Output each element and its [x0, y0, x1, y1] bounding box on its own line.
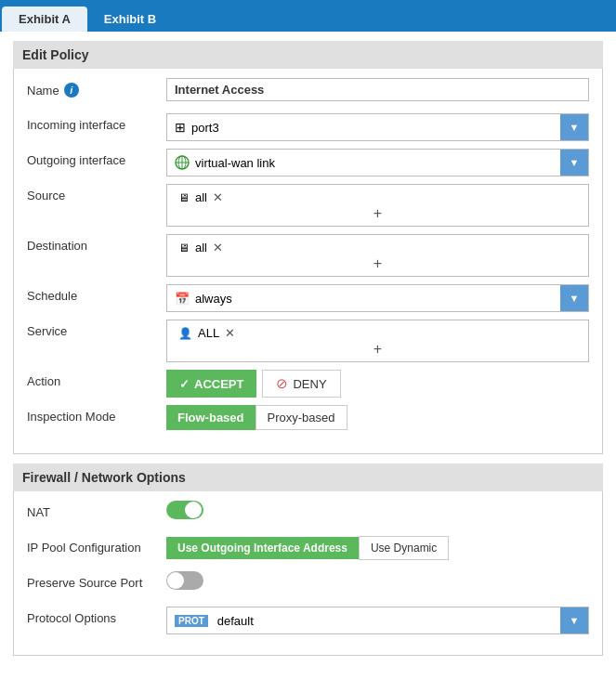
- firewall-options-header: Firewall / Network Options: [13, 464, 603, 491]
- edit-policy-header: Edit Policy: [13, 41, 603, 69]
- ip-pool-label: IP Pool Configuration: [27, 536, 166, 555]
- schedule-label: Schedule: [27, 284, 166, 303]
- destination-item-all: 🖥 all ✕: [175, 239, 227, 256]
- info-icon[interactable]: i: [64, 83, 79, 98]
- incoming-interface-control: ⊞ port3 ▼: [166, 113, 589, 141]
- person-icon: 👤: [178, 327, 192, 340]
- service-row: Service 👤 ALL ✕ +: [27, 320, 589, 362]
- preserve-source-port-row: Preserve Source Port: [27, 571, 589, 599]
- protocol-options-row: Protocol Options PROT default ▼: [27, 607, 589, 634]
- checkmark-icon: ✓: [179, 377, 190, 391]
- source-label: Source: [27, 184, 166, 202]
- main-content: Edit Policy Name i Incoming interface ⊞: [0, 32, 616, 674]
- preserve-source-port-knob: [167, 572, 184, 589]
- action-label: Action: [27, 370, 166, 388]
- tab-exhibit-a[interactable]: Exhibit A: [2, 7, 87, 32]
- schedule-arrow[interactable]: ▼: [560, 285, 588, 311]
- monitor-icon: 🖥: [178, 191, 190, 204]
- incoming-interface-row: Incoming interface ⊞ port3 ▼: [27, 113, 589, 141]
- action-row: Action ✓ ACCEPT ⊘ DENY: [27, 370, 589, 398]
- service-remove-all[interactable]: ✕: [225, 326, 235, 340]
- flow-based-button[interactable]: Flow-based: [166, 405, 256, 430]
- nat-toggle-knob: [185, 502, 202, 518]
- accept-button[interactable]: ✓ ACCEPT: [166, 370, 256, 398]
- preserve-source-port-toggle-wrap: [166, 571, 589, 590]
- nat-row: NAT: [27, 501, 589, 529]
- nat-control: [166, 501, 589, 519]
- use-outgoing-button[interactable]: Use Outgoing Interface Address: [166, 537, 359, 559]
- preserve-source-port-toggle[interactable]: [166, 571, 203, 590]
- deny-button[interactable]: ⊘ DENY: [262, 370, 340, 398]
- incoming-interface-label: Incoming interface: [27, 113, 166, 132]
- ip-pool-row: IP Pool Configuration Use Outgoing Inter…: [27, 536, 589, 564]
- preserve-source-port-label: Preserve Source Port: [27, 571, 166, 590]
- service-add-button[interactable]: +: [175, 342, 581, 357]
- outgoing-interface-dropdown[interactable]: virtual-wan link ▼: [166, 149, 589, 176]
- nat-toggle-wrap: [166, 501, 589, 519]
- outgoing-interface-control: virtual-wan link ▼: [166, 149, 589, 176]
- action-control: ✓ ACCEPT ⊘ DENY: [166, 370, 589, 398]
- outgoing-interface-label: Outgoing interface: [27, 149, 166, 167]
- destination-row: Destination 🖥 all ✕ +: [27, 234, 589, 277]
- outgoing-interface-arrow[interactable]: ▼: [560, 150, 588, 176]
- schedule-dropdown[interactable]: 📅 always ▼: [166, 284, 589, 312]
- outgoing-interface-row: Outgoing interface virtual-wan link: [27, 149, 589, 176]
- inspection-mode-label: Inspection Mode: [27, 405, 166, 424]
- source-control: 🖥 all ✕ +: [166, 184, 589, 227]
- incoming-interface-dropdown[interactable]: ⊞ port3 ▼: [166, 113, 589, 141]
- protocol-options-label: Protocol Options: [27, 607, 166, 625]
- destination-control: 🖥 all ✕ +: [166, 234, 589, 277]
- nat-toggle[interactable]: [166, 501, 203, 519]
- action-buttons: ✓ ACCEPT ⊘ DENY: [166, 370, 589, 398]
- inspection-mode-control: Flow-based Proxy-based: [166, 405, 589, 430]
- deny-icon: ⊘: [276, 375, 288, 392]
- ip-pool-control: Use Outgoing Interface Address Use Dynam…: [166, 536, 589, 560]
- inspection-mode-row: Inspection Mode Flow-based Proxy-based: [27, 405, 589, 433]
- source-item-all: 🖥 all ✕: [175, 189, 227, 206]
- incoming-interface-arrow[interactable]: ▼: [560, 114, 588, 140]
- edit-policy-form: Name i Incoming interface ⊞ port3 ▼: [13, 69, 603, 454]
- inspection-mode-buttons: Flow-based Proxy-based: [166, 405, 589, 430]
- destination-add-button[interactable]: +: [175, 256, 581, 271]
- source-row: Source 🖥 all ✕ +: [27, 184, 589, 227]
- monitor-icon-dest: 🖥: [178, 242, 190, 255]
- name-label: Name i: [27, 78, 166, 98]
- globe-icon: [175, 155, 190, 170]
- source-add-button[interactable]: +: [175, 206, 581, 221]
- schedule-row: Schedule 📅 always ▼: [27, 284, 589, 312]
- name-input[interactable]: [166, 78, 589, 101]
- use-dynamic-button[interactable]: Use Dynamic: [359, 536, 449, 560]
- destination-label: Destination: [27, 234, 166, 253]
- service-item-all: 👤 ALL ✕: [175, 324, 239, 342]
- source-box: 🖥 all ✕ +: [166, 184, 589, 227]
- firewall-options-form: NAT IP Pool Configuration Use Outgoing I…: [13, 491, 603, 656]
- destination-box: 🖥 all ✕ +: [166, 234, 589, 277]
- ip-pool-buttons: Use Outgoing Interface Address Use Dynam…: [166, 536, 589, 560]
- source-remove-all[interactable]: ✕: [213, 190, 223, 204]
- preserve-source-port-control: [166, 571, 589, 590]
- name-control: [166, 78, 589, 101]
- nat-label: NAT: [27, 501, 166, 519]
- tab-bar: Exhibit A Exhibit B: [0, 0, 616, 32]
- service-label: Service: [27, 320, 166, 338]
- grid-icon: ⊞: [175, 120, 186, 135]
- name-row: Name i: [27, 78, 589, 106]
- service-control: 👤 ALL ✕ +: [166, 320, 589, 362]
- protocol-options-control: PROT default ▼: [166, 607, 589, 634]
- clock-icon: 📅: [175, 292, 190, 306]
- tab-exhibit-b[interactable]: Exhibit B: [87, 7, 173, 32]
- proxy-based-button[interactable]: Proxy-based: [256, 405, 347, 430]
- protocol-options-arrow[interactable]: ▼: [560, 607, 588, 633]
- destination-remove-all[interactable]: ✕: [213, 241, 223, 255]
- schedule-control: 📅 always ▼: [166, 284, 589, 312]
- prot-icon: PROT: [175, 615, 208, 627]
- service-box: 👤 ALL ✕ +: [166, 320, 589, 362]
- protocol-options-dropdown[interactable]: PROT default ▼: [166, 607, 589, 634]
